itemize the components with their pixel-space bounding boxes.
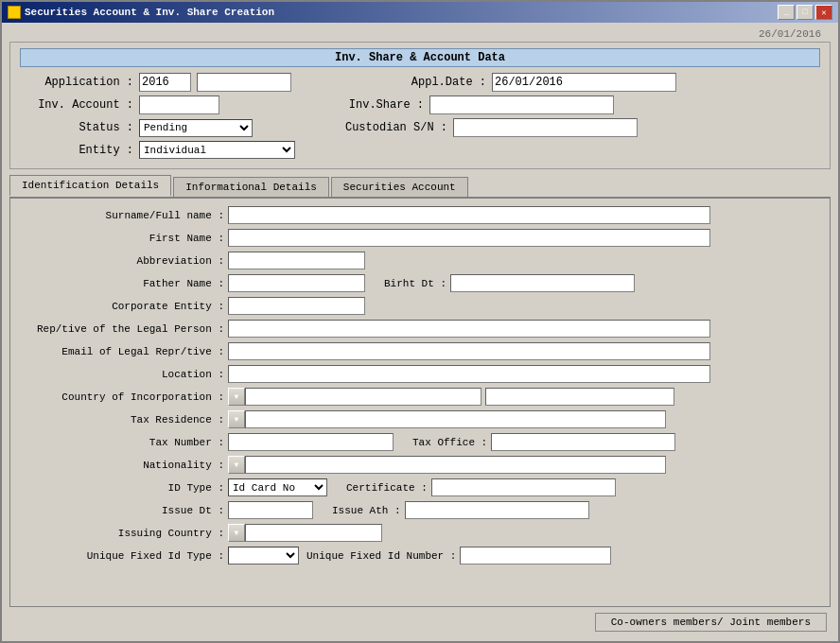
custodian-label: Custodian S/N : — [334, 121, 447, 134]
inv-account-label: Inv. Account : — [20, 98, 133, 112]
inv-share-input[interactable] — [429, 96, 614, 114]
abbreviation-label: Abbreviation : — [20, 255, 228, 267]
father-row: Father Name : Birht Dt : — [20, 274, 820, 292]
certificate-input[interactable] — [431, 478, 616, 496]
country-dropdown-btn[interactable]: ▼ — [228, 388, 245, 406]
certificate-label: Certificate : — [346, 482, 428, 494]
window-body: 26/01/2016 Inv. Share & Account Data App… — [2, 23, 838, 641]
minimize-button[interactable]: _ — [778, 5, 795, 20]
firstname-row: First Name : — [20, 229, 820, 247]
inv-account-row: Inv. Account : Inv.Share : — [20, 96, 820, 114]
country-row: Country of Incorporation : ▼ — [20, 388, 820, 406]
corporate-row: Corporate Entity : — [20, 297, 820, 315]
nationality-input[interactable] — [245, 456, 666, 474]
nationality-label: Nationality : — [20, 460, 228, 471]
birth-label: Birht Dt : — [384, 278, 446, 289]
nationality-row: Nationality : ▼ — [20, 456, 820, 474]
nationality-dropdown-btn[interactable]: ▼ — [228, 456, 245, 474]
header-panel: Inv. Share & Account Data Application : … — [9, 42, 831, 169]
tax-residence-label: Tax Residence : — [20, 414, 228, 426]
email-label: Email of Legal Repr/tive : — [20, 346, 228, 357]
unique-fixed-select[interactable] — [228, 547, 299, 565]
title-bar: Securities Account & Inv. Share Creation… — [2, 2, 838, 23]
issue-dt-row: Issue Dt : Issue Ath : — [20, 501, 820, 519]
id-type-row: ID Type : Id Card No Passport Driver Lic… — [20, 478, 820, 496]
tabs-container: Identification Details Informational Det… — [9, 175, 831, 199]
tab-informational[interactable]: Informational Details — [173, 177, 329, 197]
id-type-label: ID Type : — [20, 482, 228, 494]
location-label: Location : — [20, 369, 228, 380]
tax-office-label: Tax Office : — [412, 437, 487, 448]
id-type-select[interactable]: Id Card No Passport Driver License — [228, 478, 327, 496]
tax-number-row: Tax Number : Tax Office : — [20, 433, 820, 451]
title-bar-buttons: _ □ ✕ — [778, 5, 832, 20]
country-name-input[interactable] — [485, 388, 674, 406]
firstname-label: First Name : — [20, 233, 228, 244]
inv-share-label: Inv.Share : — [310, 98, 424, 112]
tax-number-input[interactable] — [228, 433, 394, 451]
birth-input[interactable] — [450, 274, 635, 292]
uf-number-input[interactable] — [460, 547, 611, 565]
title-bar-left: Securities Account & Inv. Share Creation — [8, 6, 274, 19]
abbreviation-input[interactable] — [228, 252, 365, 269]
surname-input[interactable] — [228, 206, 710, 224]
firstname-input[interactable] — [228, 229, 710, 247]
tax-residence-row: Tax Residence : ▼ — [20, 410, 820, 428]
application-extra-input[interactable] — [197, 73, 291, 92]
issue-dt-input[interactable] — [228, 501, 313, 519]
corporate-input[interactable] — [228, 297, 365, 315]
status-row: Status : Pending Active Closed Custodian… — [20, 118, 820, 137]
uf-number-label: Unique Fixed Id Number : — [306, 550, 456, 562]
abbreviation-row: Abbreviation : — [20, 252, 820, 269]
entity-label: Entity : — [20, 144, 133, 157]
status-select[interactable]: Pending Active Closed — [139, 119, 253, 137]
location-row: Location : — [20, 365, 820, 383]
rep-label: Rep/tive of the Legal Person : — [20, 323, 228, 335]
uf-number-group: Unique Fixed Id Number : — [306, 547, 611, 565]
main-window: Securities Account & Inv. Share Creation… — [0, 0, 840, 643]
unique-fixed-row: Unique Fixed Id Type : Unique Fixed Id N… — [20, 547, 820, 565]
tax-residence-input[interactable] — [245, 410, 666, 428]
country-input[interactable] — [245, 388, 481, 406]
issuing-country-dropdown-btn[interactable]: ▼ — [228, 524, 245, 542]
date-display: 26/01/2016 — [9, 26, 831, 42]
surname-row: Surname/Full name : — [20, 206, 820, 224]
window-title: Securities Account & Inv. Share Creation — [25, 7, 274, 18]
close-button[interactable]: ✕ — [815, 5, 832, 20]
tab-identification[interactable]: Identification Details — [9, 175, 171, 197]
issue-ath-input[interactable] — [405, 501, 589, 519]
maximize-button[interactable]: □ — [796, 5, 814, 20]
tax-number-label: Tax Number : — [20, 437, 228, 448]
coowners-button[interactable]: Co-owners members/ Joint members — [595, 613, 827, 632]
corporate-label: Corporate Entity : — [20, 301, 228, 312]
status-label: Status : — [20, 121, 133, 134]
application-input[interactable] — [139, 73, 191, 92]
custodian-input[interactable] — [453, 118, 638, 137]
tab-securities[interactable]: Securities Account — [331, 177, 468, 197]
surname-label: Surname/Full name : — [20, 210, 228, 221]
entity-select[interactable]: Individual Corporate Joint — [139, 141, 295, 159]
father-label: Father Name : — [20, 278, 228, 289]
email-row: Email of Legal Repr/tive : — [20, 342, 820, 360]
rep-row: Rep/tive of the Legal Person : — [20, 320, 820, 338]
issue-ath-label: Issue Ath : — [332, 505, 401, 516]
country-label: Country of Incorporation : — [20, 391, 228, 403]
application-label: Application : — [20, 76, 133, 89]
email-input[interactable] — [228, 342, 710, 360]
issuing-country-input[interactable] — [245, 524, 382, 542]
issuing-country-row: Issuing Country : ▼ — [20, 524, 820, 542]
issuing-country-label: Issuing Country : — [20, 528, 228, 539]
tax-office-group: Tax Office : — [412, 433, 675, 451]
location-input[interactable] — [228, 365, 710, 383]
tax-office-input[interactable] — [491, 433, 675, 451]
tax-residence-dropdown-btn[interactable]: ▼ — [228, 410, 245, 428]
issue-ath-group: Issue Ath : — [332, 501, 589, 519]
appl-date-input[interactable] — [492, 73, 676, 92]
inv-account-input[interactable] — [139, 96, 219, 114]
rep-input[interactable] — [228, 320, 710, 338]
app-icon — [8, 6, 21, 19]
bottom-bar: Co-owners members/ Joint members — [9, 607, 831, 634]
appl-date-label: Appl.Date : — [373, 76, 486, 89]
entity-row: Entity : Individual Corporate Joint — [20, 141, 820, 159]
father-input[interactable] — [228, 274, 365, 292]
